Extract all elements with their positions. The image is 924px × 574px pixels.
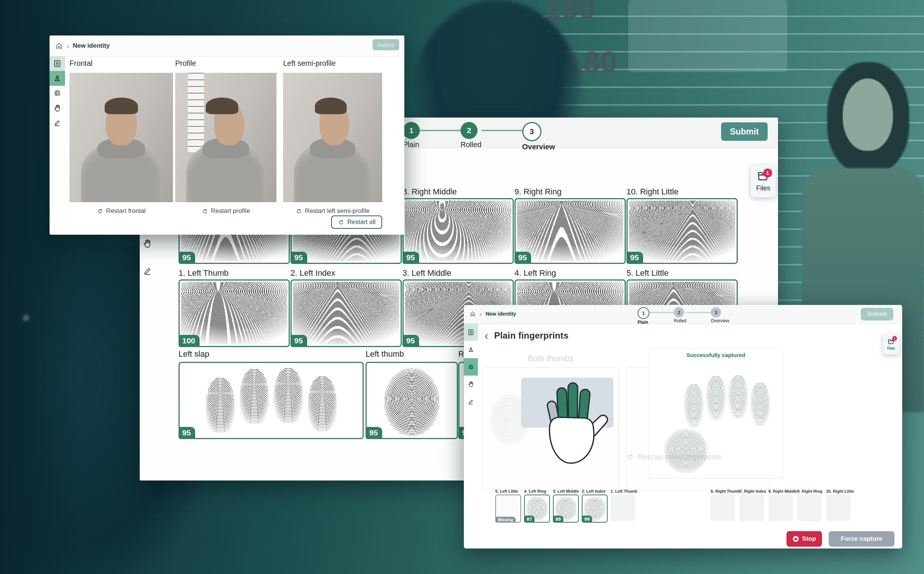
quality-score: 95 [514,252,531,264]
card-label: 4. Left Ring [514,268,556,278]
fingerprint-icon [468,364,474,371]
thumbnail-box [740,495,764,521]
thumbnail-label: 3. Left Middle [553,489,579,495]
step-overview-label: Overview [711,318,729,323]
home-icon[interactable] [55,42,63,49]
thumbnail-badge: 99 [582,516,592,523]
fingerprint-card-right-middle[interactable]: 95 [402,198,514,264]
card-label: 1. Left Thumb [178,268,229,278]
window-plain-fingerprints: › New identity 1 Plain 2 Rolled 3 Overvi… [464,305,902,549]
thumbnail-right-thumb[interactable]: 6. Right Thumb [711,489,736,521]
home-icon[interactable] [470,311,476,317]
thumbnail-label: 7. Right Index [740,489,765,495]
overview-stepper: 1 Plain 2 Rolled 3 Overview [403,122,555,151]
thumbnail-right-little[interactable]: 10. Right Little [826,489,851,521]
thumbnail-label: 2. Left Index [582,489,607,495]
person-icon [53,74,61,82]
fingerprint-card-right-ring[interactable]: 95 [514,198,626,264]
sidebar-item-signature[interactable] [49,115,65,130]
submit-button[interactable]: Submit [721,122,768,141]
both-thumbs-title: Both thumbs [482,354,619,363]
captured-finger-print [751,382,770,427]
submit-button[interactable]: Submit [372,39,399,50]
step-connector [420,130,460,131]
height-ruler [188,73,204,153]
step-plain[interactable]: 1 Plain [403,122,420,149]
thumbnail-right-ring[interactable]: 9. Right Ring [797,489,823,521]
form-icon [468,329,474,336]
captured-palm-print [664,429,708,473]
subject-hair [315,98,347,115]
sidebar-item-fingerprints[interactable] [464,358,478,375]
thumbnail-left-little[interactable]: 5. Left Little Missing [495,489,521,523]
fingerprint-card-right-little[interactable]: 95 [626,198,738,264]
thumbnail-left-middle[interactable]: 3. Left Middle 89 [553,489,579,523]
sidebar-item-signature[interactable] [464,393,478,410]
files-tab[interactable]: Files 1 [751,165,776,197]
restart-left-semi-profile-link[interactable]: Restart left semi-profile [283,207,382,215]
slap-finger-print [240,369,269,424]
sidebar-item-palms[interactable] [464,375,478,393]
step-plain-circle: 1 [637,307,650,319]
quality-score: 95 [178,427,195,439]
thumbnail-box [768,495,793,521]
step-overview[interactable]: 3 Overview [522,122,555,151]
card-label: Left slap [178,349,209,359]
restart-all-button[interactable]: Restart all [331,216,382,229]
fingerprint-card-left-thumb[interactable]: 100 [178,279,290,347]
sidebar-item-portrait[interactable] [49,71,65,86]
step-rolled-circle: 2 [674,307,684,317]
rescan-rolled-label: Rescan rolled fingerprints [637,453,721,461]
step-overview-circle: 3 [522,122,541,141]
thumbnail-left-ring[interactable]: 4. Left Ring 87 [524,489,550,523]
sidebar-item-palms[interactable] [49,101,65,115]
back-button[interactable]: ‹ [484,330,488,341]
rescan-rolled-button[interactable]: Rescan rolled fingerprints [626,453,721,461]
thumbnail-right-middle[interactable]: 8. Right Middle [768,489,794,521]
step-rolled[interactable]: 2 Rolled [674,307,686,323]
step-connector [686,312,711,313]
sidebar-item-signature[interactable] [140,257,155,285]
hand-icon [53,104,62,112]
files-label: Files [756,184,770,192]
step-plain[interactable]: 1 Plain [637,307,650,325]
step-rolled[interactable]: 2 Rolled [460,122,482,149]
files-badge: 1 [763,169,772,177]
quality-score: 95 [402,252,419,264]
force-capture-button[interactable]: Force capture [829,531,894,547]
sidebar-item-form[interactable] [49,56,65,71]
sidebar-item-fingerprints[interactable] [49,86,65,101]
signature-icon [53,119,61,127]
restart-frontal-link[interactable]: Restart frontal [69,207,173,215]
thumbnail-badge: 87 [524,516,535,523]
submit-button[interactable]: Submit [861,308,893,320]
thumbnail-left-index[interactable]: 2. Left Index 99 [582,489,607,523]
breadcrumb-title: New identity [486,311,516,317]
quality-score: 95 [290,335,307,347]
thumbnail-box [797,495,822,521]
quality-score: 95 [290,252,307,264]
fingerprint-card-left-thumb-plain[interactable]: 95 [366,362,458,439]
step-overview[interactable]: 3 Overview [711,307,729,323]
sidebar-item-form[interactable] [464,323,478,341]
photos-topbar: › New identity Submit [49,35,404,57]
fingerprint-card-left-slap[interactable]: 95 [178,362,364,439]
step-connector [482,130,522,131]
thumbnail-label: 9. Right Ring [797,489,823,495]
frontal-photo [69,73,173,202]
fingerprint-card-left-index[interactable]: 95 [290,279,402,347]
stop-icon [792,536,799,542]
stop-button[interactable]: Stop [787,531,822,547]
restart-profile-link[interactable]: Restart profile [175,207,276,215]
step-rolled-label: Rolled [674,318,686,323]
thumbnail-label: 1. Left Thumb [610,489,636,495]
sidebar-item-portrait[interactable] [464,341,478,358]
height-marker-190: 190 [545,0,596,26]
files-tab[interactable]: Files 1 [883,334,899,355]
card-label: 9. Right Ring [514,187,561,197]
subject-hair [206,98,238,115]
thumbnail-right-index[interactable]: 7. Right Index [740,489,765,521]
thumbnail-left-thumb[interactable]: 1. Left Thumb [610,489,636,523]
quality-score: 95 [626,252,643,264]
plain-sidebar [464,323,478,549]
